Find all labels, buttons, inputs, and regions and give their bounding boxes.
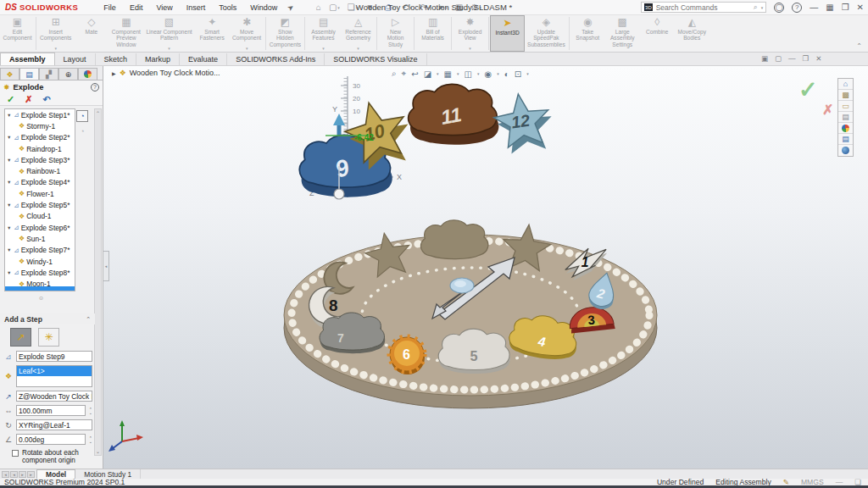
instant3d-button[interactable]: ➤Instant3D [490,15,525,52]
ribbon-collapse-icon[interactable]: ⌃ [856,42,862,50]
tree-step[interactable]: ▼⊿Explode Step2* [5,132,75,143]
tree-step[interactable]: ▼⊿Explode Step8* [5,267,75,278]
file-explorer-icon[interactable]: ▭ [838,101,853,112]
menu-insert[interactable]: Insert [180,2,213,14]
doc-cascade-icon[interactable]: ▣ [761,54,768,63]
tab-evaluate[interactable]: Evaluate [180,53,227,65]
new-document-icon[interactable]: ▢▾ [329,3,340,12]
regular-step-toggle[interactable]: ↗ [10,328,31,347]
view-settings-icon[interactable]: ⊡ [515,69,521,79]
help-icon[interactable]: ? [792,3,802,13]
panel-scrollbar[interactable]: ⌃ ⌄ [94,108,102,456]
search-commands-box[interactable]: 3D ⌕ ▾ [641,2,766,13]
breadcrumb-expander-icon[interactable]: ▶ [112,70,116,76]
tree-step[interactable]: ▼⊿Explode Step6* [5,222,75,233]
graphics-viewport[interactable]: 30 20 10 -20 -30 -40 -50 Y X [103,66,868,469]
insert-components-button[interactable]: ⊞Insert Components▾ [37,15,74,52]
angle-spinner[interactable]: ⌃⌄ [89,436,92,443]
search-icon[interactable]: ⌕ [754,3,758,12]
doc-close-icon[interactable]: ✕ [815,54,821,63]
3d-content-central-icon[interactable] [838,145,853,156]
combine-button[interactable]: ◊Combine [640,15,675,52]
doc-restore-icon[interactable]: ❐ [803,54,810,63]
exploded-view-button[interactable]: ✸Exploded View▾ [453,15,487,52]
feature-manager-tab[interactable]: ❖ [0,68,19,80]
rotation-axis-field[interactable]: XYRing@Leaf-1 [16,419,92,430]
new-motion-study-button[interactable]: ▷New Motion Study [378,15,413,52]
tab-markup[interactable]: Markup [136,53,180,65]
tab-solidworks-add-ins[interactable]: SOLIDWORKS Add-Ins [227,53,325,65]
add-step-section-header[interactable]: Add a Step ⌃ [0,313,95,324]
tree-part[interactable]: ❖Sun-1 [5,233,75,244]
rotate-origin-checkbox[interactable] [12,450,19,457]
clock-board[interactable]: 8 7 6 [284,220,657,408]
take-snapshot-button[interactable]: ◉Take Snapshot [570,15,605,52]
direction-field[interactable]: Z@Wooden Toy Clock Motio [16,391,92,402]
update-speedpak-button[interactable]: ◈Update SpeedPak Subassemblies [525,15,568,52]
search-input[interactable] [656,3,750,12]
appearances-icon[interactable] [838,123,853,134]
selected-component[interactable]: Leaf<1> [17,366,92,376]
smart-fasteners-button[interactable]: ✦Smart Fasteners [195,15,230,52]
display-style-icon[interactable]: ◫ [465,69,472,79]
zoom-area-icon[interactable]: ⌖ [402,69,407,79]
step-clock-icon[interactable]: ◔ [76,110,88,122]
menu-tools[interactable]: Tools [212,2,243,14]
breadcrumb[interactable]: ▶ ❖ Wooden Toy Clock Motio... [112,69,220,77]
previous-view-icon[interactable]: ↩ [411,69,418,79]
linear-component-pattern-button[interactable]: ▧Linear Component Pattern▾ [143,15,194,52]
clock-piece-7[interactable]: 7 [320,313,385,353]
tree-step[interactable]: ▼⊿Explode Step4* [5,177,75,188]
list-resize-grip[interactable]: ⊙ [39,295,43,301]
home-tab-icon[interactable]: ⌂ [838,79,853,90]
hide-show-items-icon[interactable]: ◉ [485,69,492,79]
large-assembly-settings-button[interactable]: ▩Large Assembly Settings [605,15,640,52]
assembly-features-button[interactable]: ▤Assembly Features▾ [306,15,341,52]
tree-step[interactable]: ▼⊿Explode Step5* [5,199,75,210]
tree-step[interactable]: ▼⊿Explode Step7* [5,245,75,256]
restore-window-icon[interactable]: ❐ [842,3,849,12]
show-hidden-components-button[interactable]: ◩Show Hidden Components [267,15,303,52]
tree-part[interactable]: ❖Flower-1 [5,188,75,199]
clock-piece-5[interactable]: 5 [438,329,510,374]
minimize-window-icon[interactable]: — [810,3,818,12]
move-copy-bodies-button[interactable]: ◭Move/Copy Bodies [675,15,709,52]
panel-splitter-tab[interactable]: ◂ [103,251,109,281]
accept-button[interactable]: ✓ [7,94,14,105]
dimxpert-manager-tab[interactable]: ⊕ [58,68,78,80]
search-dropdown-icon[interactable]: ▾ [761,5,764,10]
cancel-button[interactable]: ✗ [25,94,32,105]
confirmation-accept-icon[interactable]: ✓ [798,76,818,103]
tree-step[interactable]: ▼⊿Explode Step1* [5,109,75,120]
breadcrumb-label[interactable]: Wooden Toy Clock Motio... [130,69,220,77]
menu-edit[interactable]: Edit [123,2,150,14]
tree-part[interactable]: ❖Raindrop-1 [5,143,75,154]
components-field[interactable]: Leaf<1> [16,365,92,387]
edit-appearance-icon[interactable]: ◐ [504,69,509,79]
mate-button[interactable]: ◇Mate [74,15,108,52]
menu-window[interactable]: Window [243,2,284,14]
angle-field[interactable]: 0.00deg [16,434,86,445]
custom-properties-icon[interactable]: ▤ [838,134,853,145]
exploded-piece-12[interactable]: 12 [491,90,556,155]
tree-part[interactable]: ❖Windy-1 [5,256,75,267]
tab-solidworks-visualize[interactable]: SOLIDWORKS Visualize [325,53,426,65]
doc-tab-icon[interactable]: ▢ [775,54,782,63]
layout-grid-icon[interactable]: ▦ [826,3,833,12]
section-view-icon[interactable]: ◪ [424,69,431,79]
doc-minimize-icon[interactable]: — [788,54,796,63]
bill-of-materials-button[interactable]: ▥Bill of Materials [415,15,450,52]
design-library-icon[interactable]: ▩ [838,90,853,101]
user-account-icon[interactable]: ◯ [774,3,784,13]
menu-view[interactable]: View [149,2,179,14]
exploded-piece-11[interactable]: 11 [409,84,499,144]
selected-step-row[interactable] [5,286,75,291]
property-manager-tab[interactable]: ▤ [19,68,39,80]
view-palette-icon[interactable]: ▤ [838,112,853,123]
tab-assembly[interactable]: Assembly [0,53,55,65]
configuration-manager-tab[interactable]: ▞ [39,68,58,80]
tree-part[interactable]: ❖Cloud-1 [5,211,75,222]
close-window-icon[interactable]: ✕ [857,3,864,12]
clock-piece-6[interactable]: 6 [389,336,425,374]
zoom-fit-icon[interactable]: ⌕ [392,69,397,79]
